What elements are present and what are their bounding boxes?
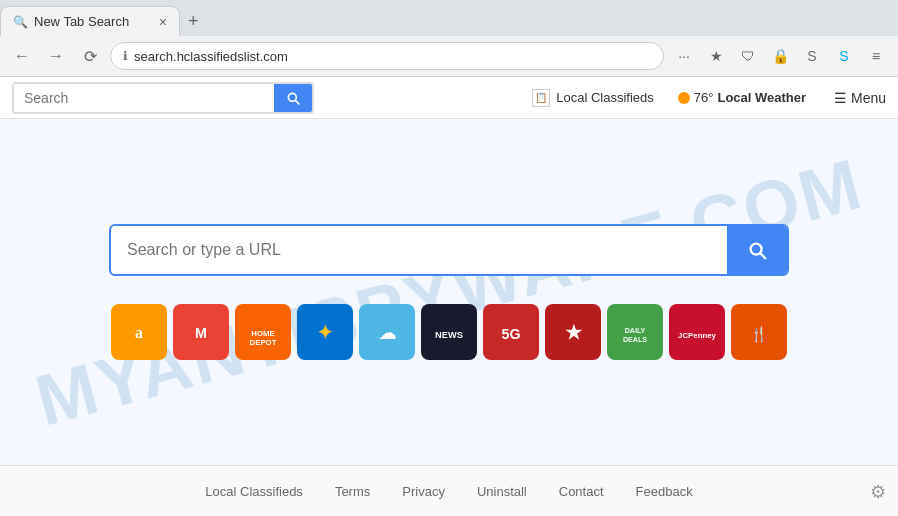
weather-info: 76° Local Weather — [678, 90, 806, 105]
macys-icon: ★ — [553, 312, 593, 352]
news-app-icon[interactable]: NEWS — [421, 304, 477, 360]
amazon-app-icon[interactable]: a — [111, 304, 167, 360]
5g-app-icon[interactable]: 5G — [483, 304, 539, 360]
svg-text:a: a — [135, 324, 143, 341]
main-search-input[interactable] — [111, 241, 727, 259]
bookmark-button[interactable]: ★ — [702, 42, 730, 70]
shield-button[interactable]: 🛡 — [734, 42, 762, 70]
main-search-box — [109, 224, 789, 276]
tab-title: New Tab Search — [34, 14, 129, 29]
svg-text:DEALS: DEALS — [623, 336, 647, 344]
footer-privacy[interactable]: Privacy — [402, 484, 445, 499]
sync-button[interactable]: S — [798, 42, 826, 70]
address-input[interactable] — [134, 49, 651, 64]
toolbar-search-box — [12, 82, 314, 114]
forward-button[interactable]: → — [42, 42, 70, 70]
homedepot-app-icon[interactable]: HOME DEPOT — [235, 304, 291, 360]
search-icon — [285, 90, 301, 106]
macys-app-icon[interactable]: ★ — [545, 304, 601, 360]
amazon-icon: a — [119, 312, 159, 352]
address-bar[interactable]: ℹ — [110, 42, 664, 70]
footer-contact[interactable]: Contact — [559, 484, 604, 499]
skype-button[interactable]: S — [830, 42, 858, 70]
weather-dot-icon — [678, 92, 690, 104]
menu-label: ☰ Menu — [834, 90, 886, 106]
local-classifieds-label: Local Classifieds — [556, 90, 654, 105]
menu-button[interactable]: ≡ — [862, 42, 890, 70]
walmart-icon: ✦ — [305, 312, 345, 352]
browser-actions: ··· ★ 🛡 🔒 S S ≡ — [670, 42, 890, 70]
footer: Local Classifieds Terms Privacy Uninstal… — [0, 465, 898, 516]
back-button[interactable]: ← — [8, 42, 36, 70]
tab-bar: 🔍 New Tab Search × + — [0, 0, 898, 36]
classifieds-icon: 📋 — [532, 89, 550, 107]
svg-text:HOME: HOME — [251, 329, 275, 338]
footer-uninstall[interactable]: Uninstall — [477, 484, 527, 499]
tab-close-button[interactable]: × — [159, 14, 167, 30]
5g-icon: 5G — [491, 312, 531, 352]
local-classifieds-link[interactable]: 📋 Local Classifieds — [532, 89, 654, 107]
reload-button[interactable]: ⟳ — [76, 42, 104, 70]
weather-app-icon[interactable]: ☁ — [359, 304, 415, 360]
walmart-app-icon[interactable]: ✦ — [297, 304, 353, 360]
jcpenney-app-icon[interactable]: JCPenney — [669, 304, 725, 360]
tab-icon: 🔍 — [13, 15, 28, 29]
svg-text:☁: ☁ — [379, 323, 396, 343]
settings-gear-button[interactable]: ⚙ — [870, 481, 886, 503]
svg-text:DAILY: DAILY — [625, 327, 646, 335]
main-search-button[interactable] — [727, 224, 787, 276]
menu-button[interactable]: ☰ Menu — [834, 90, 886, 106]
news-icon: NEWS — [429, 312, 469, 352]
browser-chrome: 🔍 New Tab Search × + ← → ⟳ ℹ ··· ★ 🛡 🔒 S… — [0, 0, 898, 77]
svg-text:✦: ✦ — [317, 322, 333, 343]
toolbar-search-button[interactable] — [274, 82, 312, 114]
recipes-app-icon[interactable]: 🍴 — [731, 304, 787, 360]
svg-text:JCPenney: JCPenney — [678, 331, 717, 340]
more-button[interactable]: ··· — [670, 42, 698, 70]
svg-text:NEWS: NEWS — [435, 330, 463, 340]
app-icons-row: a M HOME DEPOT — [111, 304, 787, 360]
dailydeals-icon: DAILY DEALS — [615, 312, 655, 352]
page-toolbar: 📋 Local Classifieds 76° Local Weather ☰ … — [0, 77, 898, 119]
new-tab-button[interactable]: + — [180, 11, 207, 32]
private-button[interactable]: 🔒 — [766, 42, 794, 70]
toolbar-search-input[interactable] — [14, 90, 274, 106]
footer-feedback[interactable]: Feedback — [636, 484, 693, 499]
main-search-icon — [746, 239, 768, 261]
jcpenney-icon: JCPenney — [677, 312, 717, 352]
lock-icon: ℹ — [123, 49, 128, 63]
footer-terms[interactable]: Terms — [335, 484, 370, 499]
svg-text:M: M — [195, 325, 207, 341]
weather-label: Local Weather — [717, 90, 806, 105]
footer-local-classifieds[interactable]: Local Classifieds — [205, 484, 303, 499]
address-bar-row: ← → ⟳ ℹ ··· ★ 🛡 🔒 S S ≡ — [0, 36, 898, 76]
svg-text:DEPOT: DEPOT — [249, 338, 276, 347]
gmail-app-icon[interactable]: M — [173, 304, 229, 360]
homedepot-icon: HOME DEPOT — [243, 312, 283, 352]
gmail-icon: M — [181, 312, 221, 352]
search-area: a M HOME DEPOT — [109, 224, 789, 360]
weather-icon: ☁ — [367, 312, 407, 352]
svg-text:5G: 5G — [501, 326, 520, 342]
svg-text:★: ★ — [565, 322, 583, 343]
dailydeals-app-icon[interactable]: DAILY DEALS — [607, 304, 663, 360]
svg-text:🍴: 🍴 — [750, 325, 768, 343]
recipes-icon: 🍴 — [739, 312, 779, 352]
main-content: MYANTISPYWARE.COM a M — [0, 119, 898, 465]
active-tab[interactable]: 🔍 New Tab Search × — [0, 6, 180, 36]
weather-temp: 76° — [694, 90, 714, 105]
